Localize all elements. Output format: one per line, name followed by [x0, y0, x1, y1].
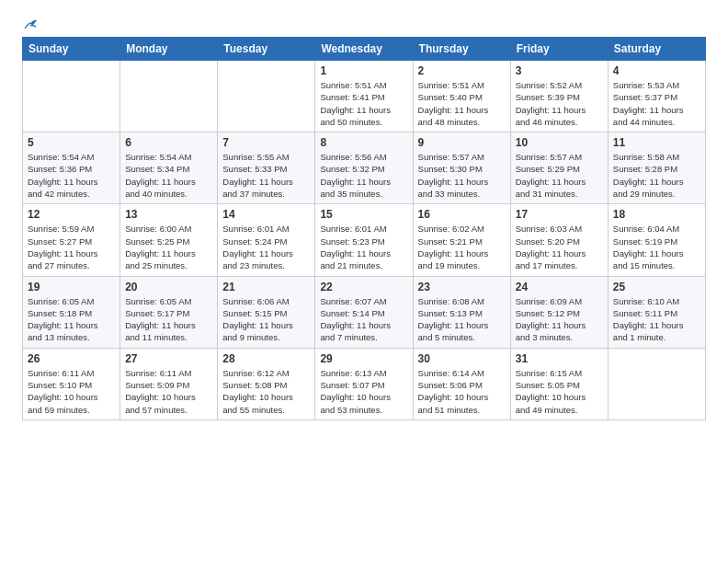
weekday-header-wednesday: Wednesday — [315, 38, 413, 61]
cell-content: Sunrise: 6:12 AMSunset: 5:08 PMDaylight:… — [222, 367, 310, 416]
calendar-cell: 24Sunrise: 6:09 AMSunset: 5:12 PMDayligh… — [510, 276, 608, 348]
day-number: 1 — [320, 64, 407, 77]
calendar-cell: 2Sunrise: 5:51 AMSunset: 5:40 PMDaylight… — [413, 61, 510, 132]
calendar-cell: 30Sunrise: 6:14 AMSunset: 5:06 PMDayligh… — [413, 348, 510, 419]
day-number: 21 — [222, 281, 310, 293]
cell-content: Sunrise: 6:10 AMSunset: 5:11 PMDaylight:… — [613, 295, 700, 344]
cell-content: Sunrise: 6:13 AMSunset: 5:07 PMDaylight:… — [320, 367, 407, 416]
cell-content: Sunrise: 5:57 AMSunset: 5:29 PMDaylight:… — [516, 151, 603, 200]
calendar-cell: 11Sunrise: 5:58 AMSunset: 5:28 PMDayligh… — [608, 132, 705, 204]
day-number: 20 — [125, 281, 212, 293]
day-number: 26 — [28, 352, 115, 365]
cell-content: Sunrise: 6:04 AMSunset: 5:19 PMDaylight:… — [613, 223, 700, 271]
day-number: 6 — [125, 136, 212, 149]
calendar-cell: 29Sunrise: 6:13 AMSunset: 5:07 PMDayligh… — [315, 348, 413, 419]
calendar-cell: 15Sunrise: 6:01 AMSunset: 5:23 PMDayligh… — [315, 204, 413, 276]
calendar-cell — [218, 61, 315, 132]
cell-content: Sunrise: 5:56 AMSunset: 5:32 PMDaylight:… — [320, 151, 407, 200]
calendar-cell: 10Sunrise: 5:57 AMSunset: 5:29 PMDayligh… — [510, 132, 608, 204]
cell-content: Sunrise: 6:07 AMSunset: 5:14 PMDaylight:… — [320, 295, 407, 344]
cell-content: Sunrise: 5:52 AMSunset: 5:39 PMDaylight:… — [516, 79, 603, 128]
day-number: 5 — [28, 136, 115, 149]
day-number: 7 — [222, 136, 310, 149]
cell-content: Sunrise: 5:51 AMSunset: 5:41 PMDaylight:… — [320, 79, 407, 128]
cell-content: Sunrise: 6:15 AMSunset: 5:05 PMDaylight:… — [516, 367, 603, 416]
cell-content: Sunrise: 5:59 AMSunset: 5:27 PMDaylight:… — [28, 223, 115, 271]
calendar-cell: 23Sunrise: 6:08 AMSunset: 5:13 PMDayligh… — [413, 276, 510, 348]
weekday-header-sunday: Sunday — [23, 38, 120, 61]
day-number: 13 — [125, 208, 212, 221]
calendar-week-2: 5Sunrise: 5:54 AMSunset: 5:36 PMDaylight… — [23, 132, 706, 204]
calendar-cell: 13Sunrise: 6:00 AMSunset: 5:25 PMDayligh… — [120, 204, 218, 276]
calendar-cell: 21Sunrise: 6:06 AMSunset: 5:15 PMDayligh… — [218, 276, 315, 348]
calendar-cell: 9Sunrise: 5:57 AMSunset: 5:30 PMDaylight… — [413, 132, 510, 204]
day-number: 8 — [320, 136, 407, 149]
calendar-cell: 17Sunrise: 6:03 AMSunset: 5:20 PMDayligh… — [510, 204, 608, 276]
day-number: 28 — [222, 352, 310, 365]
weekday-header-thursday: Thursday — [413, 38, 510, 61]
cell-content: Sunrise: 6:05 AMSunset: 5:17 PMDaylight:… — [125, 295, 212, 344]
day-number: 24 — [516, 281, 603, 293]
calendar-cell: 8Sunrise: 5:56 AMSunset: 5:32 PMDaylight… — [315, 132, 413, 204]
calendar-cell: 26Sunrise: 6:11 AMSunset: 5:10 PMDayligh… — [23, 348, 120, 419]
calendar-week-5: 26Sunrise: 6:11 AMSunset: 5:10 PMDayligh… — [23, 348, 706, 419]
day-number: 27 — [125, 352, 212, 365]
cell-content: Sunrise: 5:54 AMSunset: 5:34 PMDaylight:… — [125, 151, 212, 200]
calendar-cell: 5Sunrise: 5:54 AMSunset: 5:36 PMDaylight… — [23, 132, 120, 204]
calendar-cell: 18Sunrise: 6:04 AMSunset: 5:19 PMDayligh… — [608, 204, 705, 276]
logo — [22, 18, 37, 31]
calendar-week-1: 1Sunrise: 5:51 AMSunset: 5:41 PMDaylight… — [23, 61, 706, 132]
day-number: 14 — [222, 208, 310, 221]
calendar-cell: 20Sunrise: 6:05 AMSunset: 5:17 PMDayligh… — [120, 276, 218, 348]
calendar-cell: 6Sunrise: 5:54 AMSunset: 5:34 PMDaylight… — [120, 132, 218, 204]
calendar-cell: 3Sunrise: 5:52 AMSunset: 5:39 PMDaylight… — [510, 61, 608, 132]
calendar-cell — [23, 61, 120, 132]
day-number: 25 — [613, 281, 700, 293]
day-number: 17 — [516, 208, 603, 221]
cell-content: Sunrise: 5:55 AMSunset: 5:33 PMDaylight:… — [222, 151, 310, 200]
cell-content: Sunrise: 6:05 AMSunset: 5:18 PMDaylight:… — [28, 295, 115, 344]
day-number: 12 — [28, 208, 115, 221]
day-number: 30 — [418, 352, 506, 365]
calendar-body: 1Sunrise: 5:51 AMSunset: 5:41 PMDaylight… — [23, 61, 706, 420]
logo-bird-icon — [24, 18, 37, 31]
calendar-cell: 1Sunrise: 5:51 AMSunset: 5:41 PMDaylight… — [315, 61, 413, 132]
day-number: 2 — [418, 64, 506, 77]
day-number: 31 — [516, 352, 603, 365]
cell-content: Sunrise: 5:51 AMSunset: 5:40 PMDaylight:… — [418, 79, 506, 128]
cell-content: Sunrise: 5:54 AMSunset: 5:36 PMDaylight:… — [28, 151, 115, 200]
day-number: 4 — [613, 64, 700, 77]
day-number: 23 — [418, 281, 506, 293]
calendar-cell: 12Sunrise: 5:59 AMSunset: 5:27 PMDayligh… — [23, 204, 120, 276]
calendar-table: SundayMondayTuesdayWednesdayThursdayFrid… — [22, 37, 706, 420]
day-number: 11 — [613, 136, 700, 149]
calendar-week-3: 12Sunrise: 5:59 AMSunset: 5:27 PMDayligh… — [23, 204, 706, 276]
cell-content: Sunrise: 6:09 AMSunset: 5:12 PMDaylight:… — [516, 295, 603, 344]
cell-content: Sunrise: 6:02 AMSunset: 5:21 PMDaylight:… — [418, 223, 506, 271]
cell-content: Sunrise: 5:53 AMSunset: 5:37 PMDaylight:… — [613, 79, 700, 128]
cell-content: Sunrise: 6:14 AMSunset: 5:06 PMDaylight:… — [418, 367, 506, 416]
cell-content: Sunrise: 6:11 AMSunset: 5:09 PMDaylight:… — [125, 367, 212, 416]
cell-content: Sunrise: 5:58 AMSunset: 5:28 PMDaylight:… — [613, 151, 700, 200]
cell-content: Sunrise: 6:03 AMSunset: 5:20 PMDaylight:… — [516, 223, 603, 271]
calendar-cell: 14Sunrise: 6:01 AMSunset: 5:24 PMDayligh… — [218, 204, 315, 276]
calendar-cell: 27Sunrise: 6:11 AMSunset: 5:09 PMDayligh… — [120, 348, 218, 419]
cell-content: Sunrise: 6:01 AMSunset: 5:23 PMDaylight:… — [320, 223, 407, 271]
calendar-cell — [120, 61, 218, 132]
calendar-cell: 31Sunrise: 6:15 AMSunset: 5:05 PMDayligh… — [510, 348, 608, 419]
day-number: 22 — [320, 281, 407, 293]
weekday-header-tuesday: Tuesday — [218, 38, 315, 61]
calendar-cell: 4Sunrise: 5:53 AMSunset: 5:37 PMDaylight… — [608, 61, 705, 132]
day-number: 9 — [418, 136, 506, 149]
cell-content: Sunrise: 6:08 AMSunset: 5:13 PMDaylight:… — [418, 295, 506, 344]
weekday-header-row: SundayMondayTuesdayWednesdayThursdayFrid… — [23, 38, 706, 61]
calendar-cell: 19Sunrise: 6:05 AMSunset: 5:18 PMDayligh… — [23, 276, 120, 348]
cell-content: Sunrise: 6:01 AMSunset: 5:24 PMDaylight:… — [222, 223, 310, 271]
calendar-cell: 22Sunrise: 6:07 AMSunset: 5:14 PMDayligh… — [315, 276, 413, 348]
day-number: 29 — [320, 352, 407, 365]
calendar-cell: 16Sunrise: 6:02 AMSunset: 5:21 PMDayligh… — [413, 204, 510, 276]
cell-content: Sunrise: 6:00 AMSunset: 5:25 PMDaylight:… — [125, 223, 212, 271]
weekday-header-friday: Friday — [510, 38, 608, 61]
cell-content: Sunrise: 6:11 AMSunset: 5:10 PMDaylight:… — [28, 367, 115, 416]
cell-content: Sunrise: 5:57 AMSunset: 5:30 PMDaylight:… — [418, 151, 506, 200]
